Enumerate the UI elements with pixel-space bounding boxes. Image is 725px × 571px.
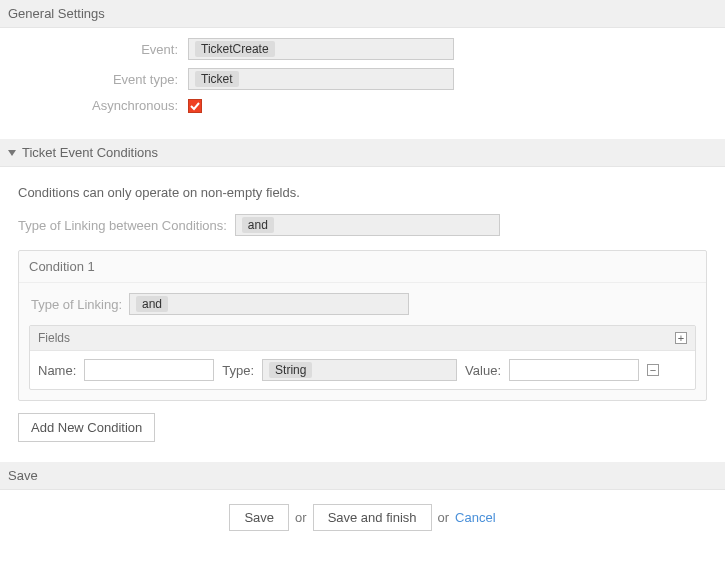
linking-between-select[interactable]: and bbox=[235, 214, 500, 236]
fields-header: Fields + bbox=[30, 326, 695, 351]
add-field-icon[interactable]: + bbox=[675, 332, 687, 344]
field-value-input[interactable] bbox=[509, 359, 639, 381]
general-settings-header: General Settings bbox=[0, 0, 725, 28]
async-row: Asynchronous: bbox=[8, 98, 717, 113]
event-row: Event: TicketCreate bbox=[8, 38, 717, 60]
conditions-body: Conditions can only operate on non-empty… bbox=[0, 167, 725, 462]
or-1: or bbox=[295, 510, 307, 525]
linking-between-value: and bbox=[242, 217, 274, 233]
field-type-value: String bbox=[269, 362, 312, 378]
condition-linking-row: Type of Linking: and bbox=[29, 293, 696, 315]
event-label: Event: bbox=[8, 42, 188, 57]
linking-between-label: Type of Linking between Conditions: bbox=[18, 218, 235, 233]
condition-1-title: Condition 1 bbox=[19, 251, 706, 283]
field-value-label: Value: bbox=[465, 363, 501, 378]
general-settings-title: General Settings bbox=[8, 6, 105, 21]
event-type-select[interactable]: Ticket bbox=[188, 68, 454, 90]
async-checkbox[interactable] bbox=[188, 99, 202, 113]
event-select[interactable]: TicketCreate bbox=[188, 38, 454, 60]
event-type-row: Event type: Ticket bbox=[8, 68, 717, 90]
conditions-help-text: Conditions can only operate on non-empty… bbox=[18, 185, 717, 200]
field-type-label: Type: bbox=[222, 363, 254, 378]
remove-field-icon[interactable]: − bbox=[647, 364, 659, 376]
general-settings-body: Event: TicketCreate Event type: Ticket A… bbox=[0, 28, 725, 139]
fields-header-label: Fields bbox=[38, 331, 70, 345]
field-name-label: Name: bbox=[38, 363, 76, 378]
collapse-icon bbox=[8, 150, 16, 156]
linking-between-row: Type of Linking between Conditions: and bbox=[18, 214, 717, 236]
add-condition-button[interactable]: Add New Condition bbox=[18, 413, 155, 442]
event-type-label: Event type: bbox=[8, 72, 188, 87]
event-type-value: Ticket bbox=[195, 71, 239, 87]
event-value: TicketCreate bbox=[195, 41, 275, 57]
field-row: Name: Type: String Value: − bbox=[30, 351, 695, 389]
save-and-finish-button[interactable]: Save and finish bbox=[313, 504, 432, 531]
field-type-select[interactable]: String bbox=[262, 359, 457, 381]
save-title: Save bbox=[8, 468, 38, 483]
condition-linking-label: Type of Linking: bbox=[29, 297, 129, 312]
or-2: or bbox=[438, 510, 450, 525]
fields-box: Fields + Name: Type: String Value: − bbox=[29, 325, 696, 390]
field-name-input[interactable] bbox=[84, 359, 214, 381]
condition-1-box: Condition 1 Type of Linking: and Fields … bbox=[18, 250, 707, 401]
save-button[interactable]: Save bbox=[229, 504, 289, 531]
condition-linking-value: and bbox=[136, 296, 168, 312]
conditions-header[interactable]: Ticket Event Conditions bbox=[0, 139, 725, 167]
cancel-link[interactable]: Cancel bbox=[455, 510, 495, 525]
async-label: Asynchronous: bbox=[8, 98, 188, 113]
condition-linking-select[interactable]: and bbox=[129, 293, 409, 315]
save-header: Save bbox=[0, 462, 725, 490]
check-icon bbox=[190, 101, 200, 111]
footer-actions: Save or Save and finish or Cancel bbox=[0, 490, 725, 545]
conditions-title: Ticket Event Conditions bbox=[22, 145, 158, 160]
condition-1-body: Type of Linking: and Fields + Name: Type… bbox=[19, 283, 706, 400]
